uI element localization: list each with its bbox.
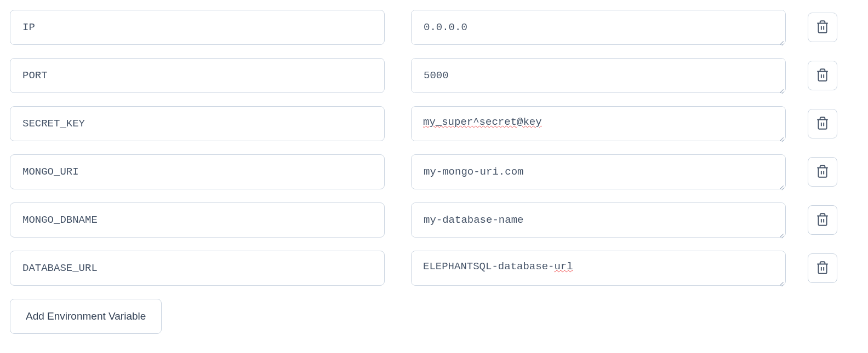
trash-icon <box>815 20 830 36</box>
trash-icon <box>815 164 830 180</box>
env-var-row <box>10 154 858 192</box>
env-var-row <box>10 10 858 47</box>
env-var-value-input[interactable] <box>411 202 786 238</box>
trash-icon <box>815 116 830 132</box>
trash-icon <box>815 261 830 276</box>
env-var-value-input[interactable] <box>411 106 786 141</box>
env-var-key-input[interactable] <box>10 202 385 238</box>
env-var-key-input[interactable] <box>10 10 385 45</box>
env-var-value-input[interactable] <box>411 10 786 45</box>
env-var-row <box>10 202 858 240</box>
delete-env-var-button[interactable] <box>808 109 837 138</box>
add-env-var-button[interactable]: Add Environment Variable <box>10 299 162 334</box>
delete-env-var-button[interactable] <box>808 205 837 235</box>
delete-env-var-button[interactable] <box>808 13 837 42</box>
env-var-row: ELEPHANTSQL-database-url <box>10 251 858 288</box>
env-var-value-input[interactable] <box>411 251 786 286</box>
env-var-value-input[interactable] <box>411 154 786 189</box>
delete-env-var-button[interactable] <box>808 61 837 90</box>
env-var-row <box>10 58 858 95</box>
trash-icon <box>815 212 830 228</box>
env-var-key-input[interactable] <box>10 251 385 286</box>
delete-env-var-button[interactable] <box>808 157 837 187</box>
env-var-row: my_super^secret@key <box>10 106 858 143</box>
env-var-key-input[interactable] <box>10 154 385 189</box>
env-var-value-input[interactable] <box>411 58 786 93</box>
env-var-key-input[interactable] <box>10 58 385 93</box>
env-var-key-input[interactable] <box>10 106 385 141</box>
delete-env-var-button[interactable] <box>808 253 837 283</box>
trash-icon <box>815 68 830 84</box>
